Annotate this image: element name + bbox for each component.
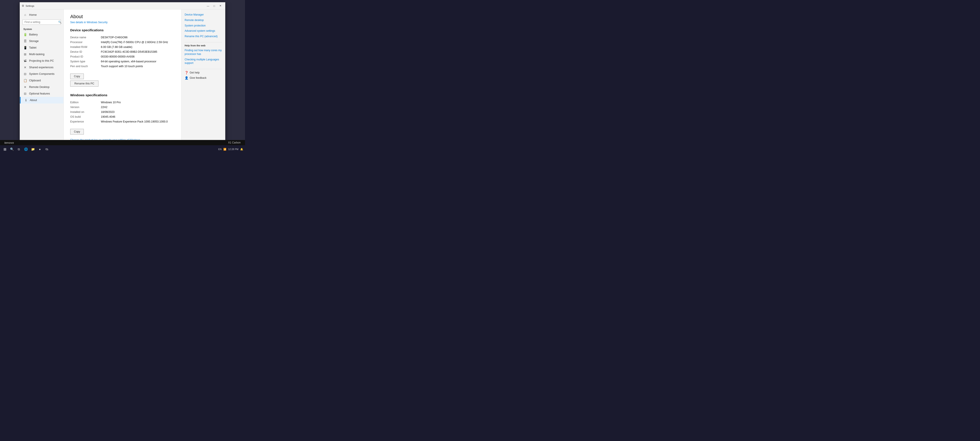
- sidebar-item-clipboard[interactable]: 📋 Clipboard: [20, 77, 64, 84]
- lenovo-model: X1 Carbon: [228, 141, 240, 144]
- installed-value: 18/09/2023: [101, 110, 175, 113]
- search-box: 🔍: [22, 19, 61, 25]
- edition-value: Windows 10 Pro: [101, 101, 175, 104]
- remote-icon: ✕: [24, 85, 27, 89]
- task-view-icon[interactable]: ⧉: [16, 146, 22, 152]
- optional-icon: ⊟: [24, 92, 27, 96]
- give-feedback-action[interactable]: 👤 Give feedback: [185, 76, 222, 80]
- experience-value: Windows Feature Experience Pack 1000.190…: [101, 120, 175, 123]
- device-id-label: Device ID: [70, 50, 101, 53]
- components-icon: ⊟: [24, 72, 27, 76]
- product-id-value: 00330-80000-00000-AA936: [101, 55, 175, 58]
- sidebar-projecting-label: Projecting to this PC: [29, 59, 54, 62]
- system-type-label: System type: [70, 60, 101, 63]
- sidebar-item-storage[interactable]: 🗄 Storage: [20, 38, 64, 45]
- remote-desktop-link[interactable]: Remote desktop: [185, 18, 222, 22]
- device-name-value: DESKTOP-CH6GO96: [101, 36, 175, 39]
- sidebar-item-optional[interactable]: ⊟ Optional features: [20, 90, 64, 97]
- security-link[interactable]: See details in Windows Security: [70, 21, 175, 24]
- get-help-label: Get help: [190, 71, 199, 74]
- sidebar-item-battery[interactable]: 🔋 Battery: [20, 31, 64, 38]
- divider-2: [185, 69, 222, 69]
- copy-device-specs-button[interactable]: Copy: [70, 73, 84, 79]
- help-link-1[interactable]: Finding out how many cores my processor …: [185, 49, 222, 56]
- os-build-label: OS build: [70, 115, 101, 118]
- change-product-key-link[interactable]: Change the product key or upgrade your e…: [70, 139, 175, 140]
- sidebar: ⌂ Home 🔍 System 🔋 Battery 🗄 Storage: [20, 10, 64, 140]
- spec-row-os-build: OS build 19045.4046: [70, 115, 175, 119]
- right-panel-links-section: Device Manager Remote desktop System pro…: [185, 13, 222, 38]
- version-label: Version: [70, 106, 101, 109]
- maximize-button[interactable]: □: [211, 3, 217, 9]
- notification-icon: 🔔: [240, 148, 243, 151]
- device-id-value: FC9C042F-B351-4C0D-B9B2-D5453EB15385: [101, 50, 175, 53]
- windows-specs-title: Windows specifications: [70, 93, 175, 97]
- title-bar: ⚙ Settings — □ ✕: [20, 2, 225, 10]
- clock: 12:28 PM: [228, 148, 239, 151]
- sidebar-item-multitasking[interactable]: ⊞ Multi-tasking: [20, 51, 64, 57]
- spec-row-edition: Edition Windows 10 Pro: [70, 100, 175, 105]
- ram-value: 8.00 GB (7.88 GB usable): [101, 46, 175, 49]
- multitasking-icon: ⊞: [24, 53, 27, 56]
- sidebar-item-components[interactable]: ⊟ System Components: [20, 71, 64, 77]
- store-icon[interactable]: 🛍: [44, 146, 50, 152]
- language-indicator: EN: [218, 148, 221, 151]
- search-taskbar-icon[interactable]: 🔍: [9, 146, 15, 152]
- system-protection-link[interactable]: System protection: [185, 24, 222, 27]
- battery-icon: 🔋: [24, 33, 27, 36]
- spec-row-processor: Processor Intel(R) Core(TM) i7-5600U CPU…: [70, 40, 175, 45]
- os-build-value: 19045.4046: [101, 115, 175, 118]
- installed-label: Installed on: [70, 110, 101, 113]
- help-link-2[interactable]: Checking multiple Languages support: [185, 58, 222, 65]
- sidebar-battery-label: Battery: [29, 33, 38, 36]
- experience-label: Experience: [70, 120, 101, 123]
- sidebar-shared-label: Shared experiences: [29, 66, 53, 69]
- advanced-settings-link[interactable]: Advanced system settings: [185, 29, 222, 33]
- chrome-icon[interactable]: ●: [37, 146, 43, 152]
- shared-icon: ✕: [24, 65, 27, 69]
- settings-window: ⚙ Settings — □ ✕ ⌂ Home 🔍 System 🔋: [20, 2, 225, 140]
- main-content: About See details in Windows Security De…: [64, 10, 181, 140]
- device-spec-table: Device name DESKTOP-CH6GO96 Processor In…: [70, 35, 175, 69]
- sidebar-item-tablet[interactable]: 📱 Tablet: [20, 45, 64, 51]
- sidebar-components-label: System Components: [29, 72, 54, 75]
- window-controls: — □ ✕: [205, 3, 223, 9]
- sidebar-item-projecting[interactable]: 📽 Projecting to this PC: [20, 57, 64, 64]
- copy-windows-specs-button[interactable]: Copy: [70, 129, 84, 135]
- search-input[interactable]: [24, 21, 57, 24]
- edition-label: Edition: [70, 101, 101, 104]
- explorer-icon[interactable]: 📁: [30, 146, 36, 152]
- system-type-value: 64-bit operating system, x64-based proce…: [101, 60, 175, 63]
- ram-label: Installed RAM: [70, 46, 101, 49]
- window-body: ⌂ Home 🔍 System 🔋 Battery 🗄 Storage: [20, 10, 225, 140]
- lenovo-brand: lenovo: [5, 141, 14, 144]
- sidebar-item-remote[interactable]: ✕ Remote Desktop: [20, 84, 64, 90]
- device-specs-title: Device specifications: [70, 28, 175, 32]
- close-button[interactable]: ✕: [217, 3, 223, 9]
- spec-row-system-type: System type 64-bit operating system, x64…: [70, 59, 175, 64]
- device-manager-link[interactable]: Device Manager: [185, 13, 222, 17]
- minimize-button[interactable]: —: [205, 3, 211, 9]
- about-icon: ℹ: [24, 99, 27, 102]
- rename-pc-advanced-link[interactable]: Rename this PC (advanced): [185, 35, 222, 38]
- storage-icon: 🗄: [24, 39, 27, 43]
- sidebar-item-shared[interactable]: ✕ Shared experiences: [20, 64, 64, 71]
- right-panel: Device Manager Remote desktop System pro…: [181, 10, 225, 140]
- rename-pc-button[interactable]: Rename this PC: [70, 81, 99, 87]
- edge-icon[interactable]: 🌐: [23, 146, 29, 152]
- sidebar-item-home[interactable]: ⌂ Home: [20, 11, 64, 18]
- window-title: Settings: [25, 5, 205, 7]
- clipboard-icon: 📋: [24, 79, 27, 82]
- sidebar-remote-label: Remote Desktop: [29, 86, 49, 89]
- spec-row-ram: Installed RAM 8.00 GB (7.88 GB usable): [70, 45, 175, 49]
- taskbar-right: EN 📶 12:28 PM 🔔: [218, 148, 243, 151]
- get-help-action[interactable]: ❓ Get help: [185, 71, 222, 74]
- sidebar-about-label: About: [30, 99, 37, 102]
- system-section-label: System: [20, 26, 64, 31]
- feedback-icon: 👤: [185, 76, 188, 80]
- sidebar-optional-label: Optional features: [29, 92, 50, 95]
- start-button[interactable]: ⊞: [2, 146, 8, 152]
- sidebar-item-about[interactable]: ℹ About: [20, 97, 64, 103]
- processor-label: Processor: [70, 41, 101, 44]
- product-id-label: Product ID: [70, 55, 101, 58]
